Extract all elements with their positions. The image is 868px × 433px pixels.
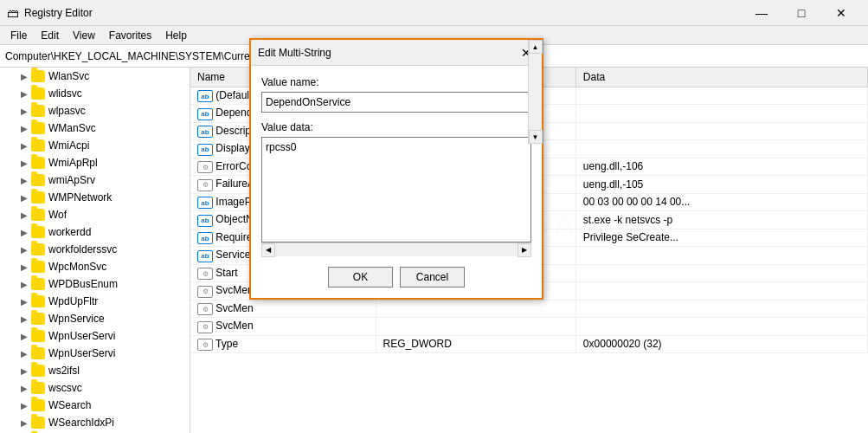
tree-item-ws2ifsl[interactable]: ▶ ws2ifsl <box>0 362 190 379</box>
folder-icon <box>31 105 45 117</box>
folder-icon <box>31 157 45 169</box>
tree-label: wlidsvc <box>48 87 82 100</box>
tree-arrow: ▶ <box>17 294 31 308</box>
tree-item-wlansvc[interactable]: ▶ WlanSvc <box>0 68 190 85</box>
ok-button[interactable]: OK <box>328 267 393 288</box>
tree-label: WpcMonSvc <box>48 261 106 273</box>
tree-item-wsearchidxpi[interactable]: ▶ WSearchIdxPi <box>0 414 190 431</box>
title-bar: 🗃 Registry Editor — □ ✕ <box>0 0 868 26</box>
tree-label: WpnUserServi <box>48 347 115 359</box>
ab-icon: ab <box>197 215 213 227</box>
gear-icon: ⚙ <box>197 303 213 315</box>
dialog-title: Edit Multi-String <box>258 47 331 59</box>
gear-icon: ⚙ <box>197 161 213 173</box>
table-row[interactable]: ⚙ SvcMen <box>190 300 868 318</box>
tree-arrow: ▶ <box>17 121 31 135</box>
tree-label: WPDBusEnum <box>48 278 118 290</box>
menu-file[interactable]: File <box>3 26 34 45</box>
tree-arrow: ▶ <box>17 398 31 412</box>
scroll-left-button[interactable]: ◀ <box>261 243 275 257</box>
maximize-button[interactable]: □ <box>781 0 821 26</box>
folder-icon <box>31 382 45 394</box>
edit-multistring-dialog: Edit Multi-String ✕ Value name: Value da… <box>249 38 543 300</box>
tree-arrow: ▶ <box>17 312 31 326</box>
gear-icon: ⚙ <box>197 321 213 333</box>
tree-item-wmansvc[interactable]: ▶ WManSvc <box>0 120 190 137</box>
tree-label: WpdUpFltr <box>48 295 98 307</box>
tree-item-wpnuserservi1[interactable]: ▶ WpnUserServi <box>0 327 190 345</box>
tree-label: WpnUserServi <box>48 330 115 342</box>
tree-item-wmiaprpl[interactable]: ▶ WmiApRpl <box>0 154 190 171</box>
folder-icon <box>31 191 45 204</box>
ab-icon: ab <box>197 232 213 244</box>
tree-arrow: ▶ <box>17 173 31 187</box>
table-row[interactable]: ⚙ SvcMen <box>190 318 868 336</box>
app-icon: 🗃 <box>7 6 19 20</box>
ab-icon: ab <box>197 126 213 138</box>
hscrollbar-track <box>275 243 518 256</box>
tree-label: WSearch <box>48 399 91 411</box>
tree-label: wmiApSrv <box>48 174 95 186</box>
value-name-label: Value name: <box>261 76 531 88</box>
dialog-body: Value name: Value data: ▲ ▼ ◀ ▶ OK Cance… <box>251 66 542 298</box>
ab-icon: ab <box>197 197 213 209</box>
folder-icon <box>31 243 45 255</box>
tree-arrow: ▶ <box>17 329 31 343</box>
title-bar-left: 🗃 Registry Editor <box>7 6 93 20</box>
scrollbar-vertical: ▲ ▼ <box>528 40 542 144</box>
tree-item-wpdupfltr[interactable]: ▶ WpdUpFltr <box>0 293 190 310</box>
tree-item-wpdbusenum[interactable]: ▶ WPDBusEnum <box>0 275 190 293</box>
tree-item-wmiacpi[interactable]: ▶ WmiAcpi <box>0 137 190 154</box>
gear-icon: ⚙ <box>197 268 213 280</box>
ab-icon: ab <box>197 144 213 156</box>
menu-edit[interactable]: Edit <box>34 26 66 45</box>
minimize-button[interactable]: — <box>742 0 781 26</box>
tree-arrow: ▶ <box>17 416 31 430</box>
dialog-title-bar: Edit Multi-String ✕ <box>251 40 542 66</box>
tree-item-workfolderssvc[interactable]: ▶ workfolderssvc <box>0 241 190 258</box>
tree-item-wpnuserservi2[interactable]: ▶ WpnUserServi <box>0 345 190 362</box>
scrollbar-track <box>529 54 542 130</box>
tree-item-wpcmonsvc[interactable]: ▶ WpcMonSvc <box>0 258 190 275</box>
cancel-button[interactable]: Cancel <box>400 267 465 288</box>
tree-item-wof[interactable]: ▶ Wof <box>0 206 190 223</box>
menu-help[interactable]: Help <box>158 26 194 45</box>
tree-arrow: ▶ <box>17 364 31 378</box>
ab-icon: ab <box>197 108 213 120</box>
menu-favorites[interactable]: Favorites <box>102 26 158 45</box>
tree-item-wmiapsrv[interactable]: ▶ wmiApSrv <box>0 171 190 189</box>
tree-item-wscsvc[interactable]: ▶ wscsvc <box>0 379 190 397</box>
tree-label: WMPNetwork <box>48 191 112 204</box>
scroll-up-button[interactable]: ▲ <box>529 40 543 54</box>
tree-label: WSearchIdxPi <box>48 417 114 429</box>
close-button[interactable]: ✕ <box>821 0 861 26</box>
folder-icon <box>31 174 45 186</box>
folder-icon <box>31 313 45 325</box>
tree-arrow: ▶ <box>17 191 31 204</box>
tree-item-wsearch[interactable]: ▶ WSearch <box>0 397 190 414</box>
folder-icon <box>31 122 45 134</box>
tree-item-wpnservice[interactable]: ▶ WpnService <box>0 310 190 327</box>
tree-arrow: ▶ <box>17 260 31 274</box>
tree-arrow: ▶ <box>17 156 31 170</box>
tree-item-workerdd[interactable]: ▶ workerdd <box>0 223 190 241</box>
tree-arrow: ▶ <box>17 139 31 152</box>
ab-icon: ab <box>197 90 213 102</box>
tree-arrow: ▶ <box>17 104 31 118</box>
value-name-input[interactable] <box>261 92 531 113</box>
tree-item-wlidsvc[interactable]: ▶ wlidsvc <box>0 85 190 102</box>
folder-icon <box>31 209 45 221</box>
scroll-down-button[interactable]: ▼ <box>529 130 543 144</box>
value-data-textarea[interactable] <box>262 138 530 242</box>
tree-item-wmpnetwork[interactable]: ▶ WMPNetwork <box>0 189 190 206</box>
tree-label: wlpasvc <box>48 105 86 117</box>
tree-item-wlpasvc[interactable]: ▶ wlpasvc <box>0 102 190 120</box>
tree-label: workfolderssvc <box>48 243 117 255</box>
menu-view[interactable]: View <box>66 26 102 45</box>
scroll-right-button[interactable]: ▶ <box>518 243 531 257</box>
table-row[interactable]: ⚙ TypeREG_DWORD0x00000020 (32) <box>190 335 868 353</box>
address-path: Computer\HKEY_LOCAL_MACHINE\SYSTEM\Curre… <box>5 50 259 62</box>
folder-icon <box>31 417 45 429</box>
scrollbar-horizontal: ◀ ▶ <box>261 242 531 256</box>
tree-arrow: ▶ <box>17 225 31 239</box>
